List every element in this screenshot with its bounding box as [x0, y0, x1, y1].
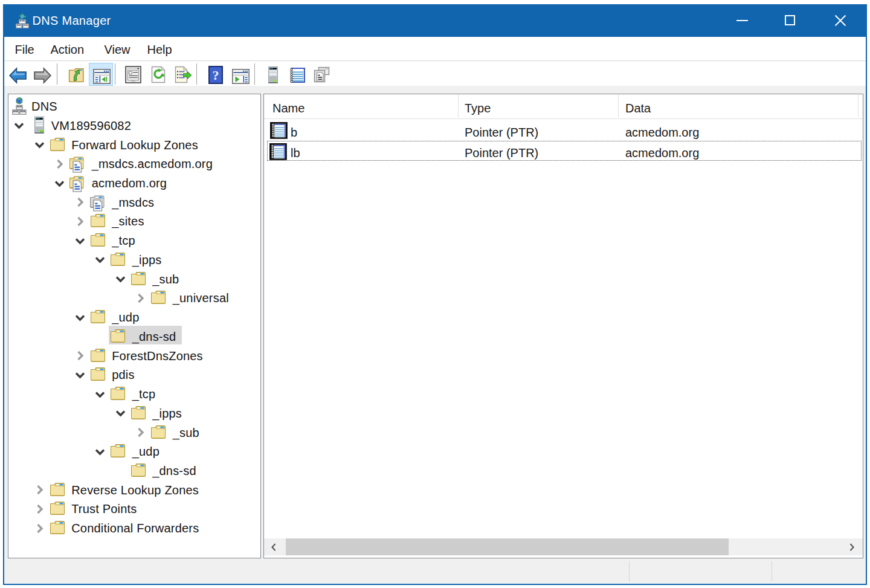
- svg-text:?: ?: [213, 68, 219, 83]
